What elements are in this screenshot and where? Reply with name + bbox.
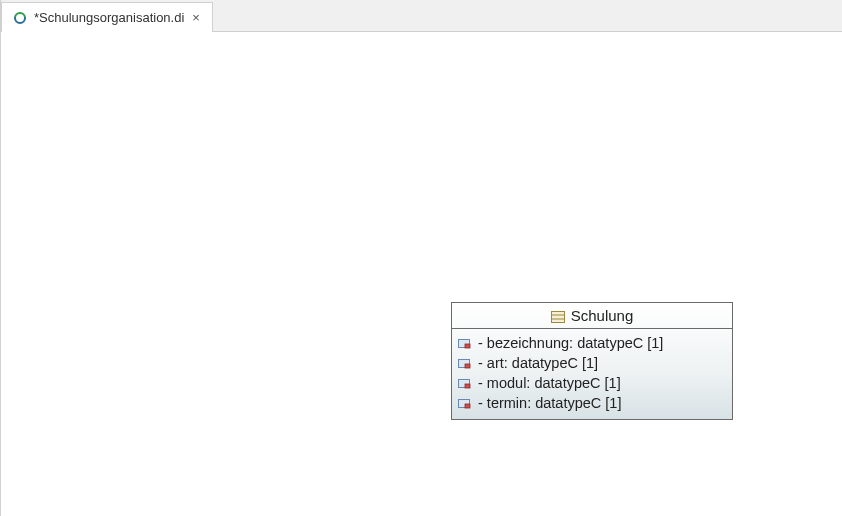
tab-bar: *Schulungsorganisation.di × — [1, 0, 842, 32]
svg-rect-4 — [465, 344, 470, 348]
diagram-canvas[interactable]: Schulung - bezeichnung: datatypeC [1] — [1, 32, 842, 516]
uml-class-schulung[interactable]: Schulung - bezeichnung: datatypeC [1] — [451, 302, 733, 420]
svg-rect-0 — [551, 311, 564, 322]
uml-attribute-text: - art: datatypeC [1] — [478, 355, 598, 371]
tab-label: *Schulungsorganisation.di — [34, 10, 184, 25]
uml-attribute-text: - modul: datatypeC [1] — [478, 375, 621, 391]
property-icon — [458, 397, 472, 409]
property-icon — [458, 337, 472, 349]
uml-attribute[interactable]: - art: datatypeC [1] — [458, 353, 726, 373]
class-icon — [551, 310, 565, 322]
property-icon — [458, 377, 472, 389]
uml-class-name: Schulung — [571, 307, 634, 324]
svg-rect-8 — [465, 384, 470, 388]
uml-attribute[interactable]: - modul: datatypeC [1] — [458, 373, 726, 393]
property-icon — [458, 357, 472, 369]
close-icon[interactable]: × — [190, 10, 202, 25]
svg-rect-10 — [465, 404, 470, 408]
uml-class-header[interactable]: Schulung — [452, 303, 732, 329]
uml-attribute[interactable]: - bezeichnung: datatypeC [1] — [458, 333, 726, 353]
uml-attribute-text: - termin: datatypeC [1] — [478, 395, 621, 411]
uml-attribute-text: - bezeichnung: datatypeC [1] — [478, 335, 663, 351]
tab-schulungsorganisation[interactable]: *Schulungsorganisation.di × — [1, 2, 213, 32]
uml-attribute[interactable]: - termin: datatypeC [1] — [458, 393, 726, 413]
svg-rect-6 — [465, 364, 470, 368]
uml-class-attributes: - bezeichnung: datatypeC [1] - art: data… — [452, 329, 732, 419]
papyrus-file-icon — [12, 10, 28, 26]
